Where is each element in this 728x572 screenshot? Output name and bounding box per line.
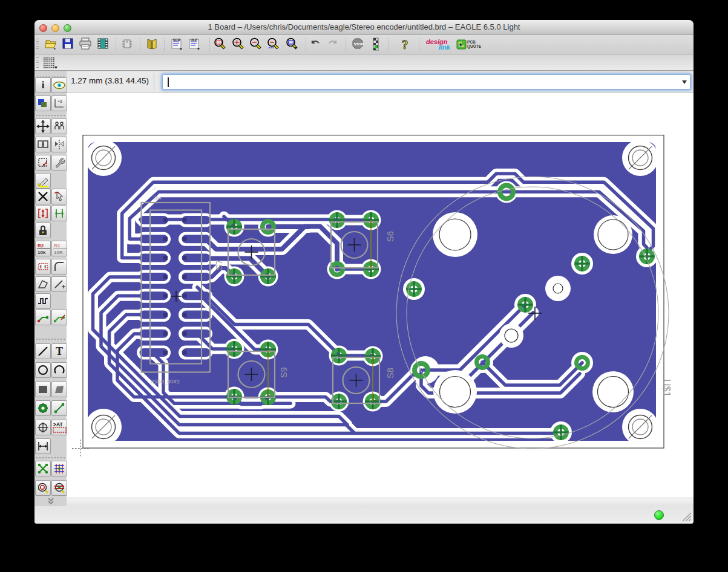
svg-text:+9: +9 (57, 99, 62, 103)
svg-text:S6: S6 (385, 231, 395, 242)
svg-text:>AT: >AT (53, 421, 63, 427)
svg-text:U$1: U$1 (661, 379, 672, 397)
svg-text:S7: S7 (214, 259, 224, 270)
svg-text:ULP: ULP (191, 38, 197, 42)
svg-text:S9: S9 (279, 367, 289, 378)
svg-text:2X08_B02S: 2X08_B02S (151, 379, 180, 385)
svg-text:10k: 10k (38, 250, 46, 255)
svg-text:10R: 10R (54, 250, 63, 255)
svg-text:?: ? (402, 37, 408, 51)
svg-text:284: 284 (153, 195, 162, 201)
svg-text:STOP: STOP (354, 42, 364, 46)
svg-text:R2: R2 (54, 243, 61, 249)
svg-text:QUOTE: QUOTE (467, 44, 482, 49)
svg-text:R2: R2 (38, 243, 44, 249)
svg-text:link: link (439, 44, 451, 51)
svg-text:SCR: SCR (173, 38, 180, 42)
svg-text:PCB: PCB (467, 40, 476, 44)
svg-text:S8: S8 (385, 368, 395, 379)
